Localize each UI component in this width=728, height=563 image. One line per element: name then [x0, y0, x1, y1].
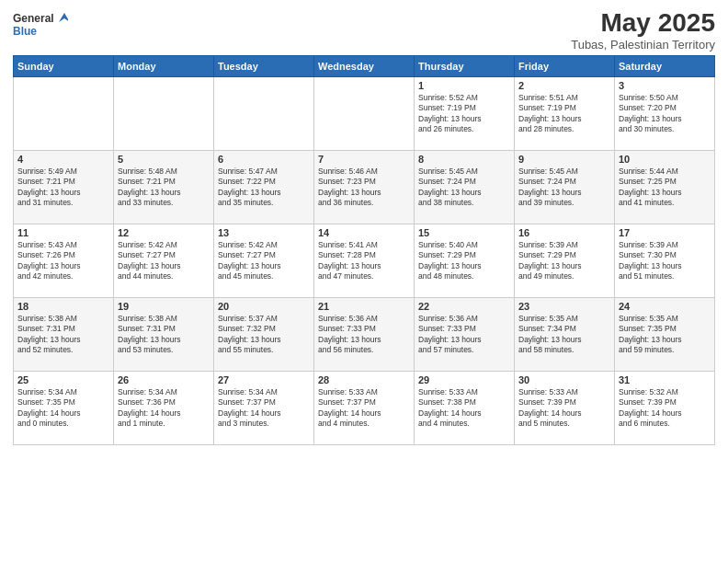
info-line: Daylight: 13 hours	[619, 188, 682, 197]
cell-1-5: 1Sunrise: 5:52 AMSunset: 7:19 PMDaylight…	[415, 76, 515, 150]
info-line: and 6 minutes.	[619, 419, 670, 428]
info-line: Sunset: 7:33 PM	[418, 324, 476, 333]
info-line: Sunset: 7:25 PM	[619, 177, 677, 186]
info-line: Sunrise: 5:46 AM	[318, 167, 378, 176]
cell-5-4: 28Sunrise: 5:33 AMSunset: 7:37 PMDayligh…	[314, 371, 415, 444]
info-line: Sunset: 7:37 PM	[218, 397, 276, 407]
info-line: Sunrise: 5:43 AM	[17, 240, 77, 249]
day-number: 7	[318, 154, 410, 165]
info-line: Daylight: 14 hours	[418, 408, 482, 418]
day-info: Sunrise: 5:43 AMSunset: 7:26 PMDaylight:…	[17, 240, 109, 282]
day-info: Sunrise: 5:33 AMSunset: 7:38 PMDaylight:…	[418, 387, 510, 430]
info-line: Sunrise: 5:38 AM	[17, 314, 77, 323]
day-number: 22	[418, 301, 510, 312]
cell-4-3: 20Sunrise: 5:37 AMSunset: 7:32 PMDayligh…	[214, 297, 314, 371]
cell-5-2: 26Sunrise: 5:34 AMSunset: 7:36 PMDayligh…	[114, 371, 214, 444]
info-line: Sunset: 7:20 PM	[619, 103, 677, 112]
day-number: 16	[518, 227, 610, 238]
info-line: Daylight: 13 hours	[619, 335, 682, 344]
info-line: Sunset: 7:27 PM	[118, 250, 176, 259]
info-line: Sunrise: 5:35 AM	[619, 314, 678, 323]
cell-3-4: 14Sunrise: 5:41 AMSunset: 7:28 PMDayligh…	[314, 224, 415, 297]
info-line: and 51 minutes.	[619, 271, 674, 281]
cell-3-2: 12Sunrise: 5:42 AMSunset: 7:27 PMDayligh…	[114, 224, 214, 297]
info-line: Sunset: 7:39 PM	[619, 397, 677, 407]
day-info: Sunrise: 5:45 AMSunset: 7:24 PMDaylight:…	[418, 167, 510, 209]
info-line: Daylight: 14 hours	[318, 408, 381, 418]
info-line: Sunset: 7:28 PM	[318, 250, 376, 259]
info-line: Daylight: 13 hours	[518, 188, 582, 197]
cell-1-2	[114, 76, 214, 150]
day-info: Sunrise: 5:37 AMSunset: 7:32 PMDaylight:…	[218, 314, 310, 356]
info-line: Daylight: 13 hours	[118, 335, 181, 344]
day-number: 30	[518, 374, 610, 385]
day-info: Sunrise: 5:41 AMSunset: 7:28 PMDaylight:…	[318, 240, 410, 282]
week-row-3: 11Sunrise: 5:43 AMSunset: 7:26 PMDayligh…	[14, 224, 715, 297]
day-number: 4	[17, 154, 109, 165]
info-line: Daylight: 13 hours	[619, 114, 682, 123]
info-line: Sunrise: 5:47 AM	[218, 167, 278, 176]
svg-marker-2	[59, 13, 68, 22]
logo: General Blue	[13, 9, 68, 42]
cell-1-1	[14, 76, 114, 150]
info-line: Sunset: 7:21 PM	[17, 177, 75, 186]
cell-4-7: 24Sunrise: 5:35 AMSunset: 7:35 PMDayligh…	[615, 297, 715, 371]
info-line: Sunrise: 5:34 AM	[17, 387, 77, 396]
info-line: Sunrise: 5:34 AM	[218, 387, 278, 396]
day-info: Sunrise: 5:40 AMSunset: 7:29 PMDaylight:…	[418, 240, 510, 282]
info-line: Daylight: 13 hours	[418, 188, 482, 197]
info-line: Sunrise: 5:39 AM	[518, 240, 578, 249]
info-line: and 0 minutes.	[17, 419, 69, 428]
cell-4-5: 22Sunrise: 5:36 AMSunset: 7:33 PMDayligh…	[415, 297, 515, 371]
day-info: Sunrise: 5:44 AMSunset: 7:25 PMDaylight:…	[619, 167, 711, 209]
info-line: Sunset: 7:26 PM	[17, 250, 75, 259]
info-line: Sunset: 7:33 PM	[318, 324, 376, 333]
day-number: 24	[619, 301, 711, 312]
cell-1-3	[214, 76, 314, 150]
month-year: May 2025	[571, 9, 715, 38]
day-number: 14	[318, 227, 410, 238]
cell-3-6: 16Sunrise: 5:39 AMSunset: 7:29 PMDayligh…	[515, 224, 615, 297]
info-line: and 28 minutes.	[518, 124, 574, 133]
svg-text:Blue: Blue	[13, 25, 37, 38]
info-line: Sunset: 7:24 PM	[418, 177, 476, 186]
info-line: Sunrise: 5:42 AM	[218, 240, 278, 249]
week-row-2: 4Sunrise: 5:49 AMSunset: 7:21 PMDaylight…	[14, 150, 715, 224]
info-line: Daylight: 13 hours	[17, 188, 81, 197]
info-line: and 57 minutes.	[418, 345, 473, 354]
info-line: Sunrise: 5:45 AM	[418, 167, 478, 176]
info-line: Sunrise: 5:35 AM	[518, 314, 578, 323]
info-line: Daylight: 13 hours	[218, 188, 281, 197]
cell-5-7: 31Sunrise: 5:32 AMSunset: 7:39 PMDayligh…	[615, 371, 715, 444]
info-line: Daylight: 14 hours	[17, 408, 81, 418]
info-line: Sunrise: 5:42 AM	[118, 240, 177, 249]
info-line: Daylight: 13 hours	[318, 335, 381, 344]
day-info: Sunrise: 5:46 AMSunset: 7:23 PMDaylight:…	[318, 167, 410, 209]
day-info: Sunrise: 5:42 AMSunset: 7:27 PMDaylight:…	[118, 240, 210, 282]
logo-svg: General Blue	[13, 9, 68, 42]
cell-1-6: 2Sunrise: 5:51 AMSunset: 7:19 PMDaylight…	[515, 76, 615, 150]
location: Tubas, Palestinian Territory	[571, 38, 715, 52]
cell-1-4	[314, 76, 415, 150]
info-line: and 30 minutes.	[619, 124, 674, 133]
info-line: Daylight: 14 hours	[619, 408, 682, 418]
day-number: 29	[418, 374, 510, 385]
col-saturday: Saturday	[615, 55, 715, 76]
info-line: and 36 minutes.	[318, 198, 373, 207]
info-line: Sunset: 7:29 PM	[518, 250, 576, 259]
info-line: Sunrise: 5:34 AM	[118, 387, 177, 396]
day-info: Sunrise: 5:34 AMSunset: 7:36 PMDaylight:…	[118, 387, 210, 430]
info-line: Sunset: 7:27 PM	[218, 250, 276, 259]
info-line: Sunrise: 5:33 AM	[518, 387, 578, 396]
info-line: Daylight: 13 hours	[118, 261, 181, 270]
day-number: 25	[17, 374, 109, 385]
info-line: Sunrise: 5:36 AM	[418, 314, 478, 323]
day-info: Sunrise: 5:34 AMSunset: 7:35 PMDaylight:…	[17, 387, 109, 430]
day-number: 11	[17, 227, 109, 238]
info-line: and 38 minutes.	[418, 198, 473, 207]
day-number: 5	[118, 154, 210, 165]
day-number: 20	[218, 301, 310, 312]
day-info: Sunrise: 5:52 AMSunset: 7:19 PMDaylight:…	[418, 93, 510, 135]
info-line: Sunrise: 5:44 AM	[619, 167, 678, 176]
info-line: Sunset: 7:31 PM	[17, 324, 75, 333]
